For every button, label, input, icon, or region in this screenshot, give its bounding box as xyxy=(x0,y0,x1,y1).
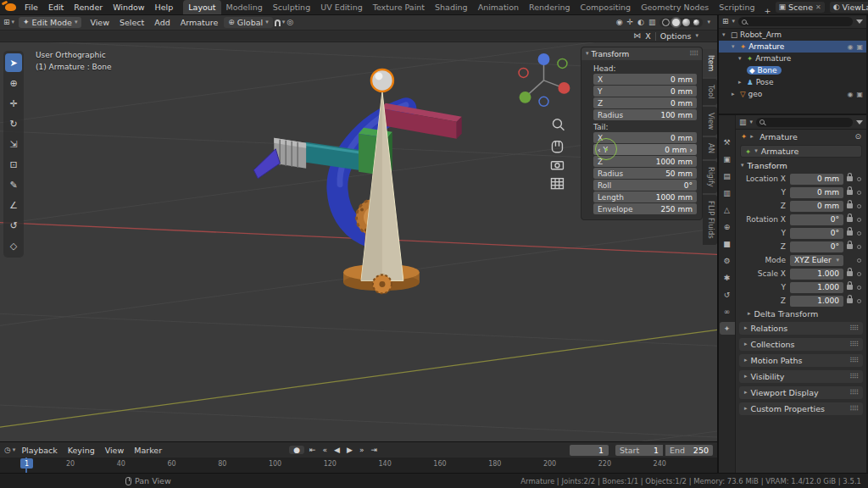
panel-drag-handle[interactable]: ⠿⠿ xyxy=(849,389,858,396)
disclosure-icon[interactable]: ▾ xyxy=(738,55,744,62)
hide-viewport-icon[interactable]: ◉ xyxy=(847,43,853,51)
rotation-x-field[interactable]: 0° xyxy=(790,214,843,225)
head-z-field[interactable]: Z0 mm xyxy=(593,97,697,108)
lock-icon[interactable] xyxy=(847,190,853,195)
cursor-tool[interactable]: ⊕ xyxy=(5,74,22,92)
animate-decorator[interactable] xyxy=(857,218,861,222)
panel-drag-handle[interactable]: ⠿⠿ xyxy=(849,324,858,332)
filter-icon[interactable] xyxy=(856,120,863,125)
tab-object-data[interactable]: ✦ xyxy=(720,322,735,335)
length-field[interactable]: Length1000 mm xyxy=(593,191,697,202)
base-front-gear[interactable] xyxy=(373,274,392,293)
menu-keying[interactable]: Keying xyxy=(64,446,99,455)
tail-x-field[interactable]: X0 mm xyxy=(593,132,697,143)
rotation-z-field[interactable]: 0° xyxy=(790,241,843,252)
shading-solid-icon[interactable] xyxy=(672,19,680,26)
outliner-row-pose[interactable]: ▸ ♟ Pose xyxy=(719,76,866,88)
animate-decorator[interactable] xyxy=(857,272,861,276)
xray-toggle-icon[interactable]: ▥ xyxy=(648,19,656,26)
robot-arm-mesh[interactable] xyxy=(253,103,461,291)
tail-y-field[interactable]: ‹ Y 0 mm › xyxy=(593,144,697,155)
tab-object[interactable]: ■ xyxy=(720,237,735,250)
animate-decorator[interactable] xyxy=(857,191,861,195)
animate-decorator[interactable] xyxy=(857,177,861,181)
snap-magnet-icon[interactable] xyxy=(275,19,281,26)
tab-physics[interactable]: ↺ xyxy=(720,288,735,301)
outliner-row-geo[interactable]: ▸ ▽ geo ◉ ▣ xyxy=(719,88,866,100)
workspace-tab-geometry-nodes[interactable]: Geometry Nodes xyxy=(636,0,714,15)
shading-options-caret-icon[interactable]: ▾ xyxy=(707,19,710,25)
panel-drag-handle[interactable]: ⠿⠿ xyxy=(849,341,858,348)
disable-render-icon[interactable]: ▣ xyxy=(856,43,863,51)
rotation-y-field[interactable]: 0° xyxy=(790,228,843,239)
add-workspace-button[interactable]: + xyxy=(760,6,776,15)
scale-y-field[interactable]: 1.000 xyxy=(790,282,843,293)
viewlayer-selector[interactable]: ◐ ViewLayer ✕ xyxy=(830,2,868,13)
editor-type-icon[interactable]: ⊞ xyxy=(3,19,10,26)
menu-window[interactable]: Window xyxy=(108,0,149,15)
tab-particles[interactable]: ✱ xyxy=(720,271,735,284)
mirror-x-toggle[interactable]: X xyxy=(645,31,651,41)
panel-collapse-icon[interactable]: ▾ xyxy=(586,51,589,57)
tail-z-field[interactable]: Z1000 mm xyxy=(593,156,697,167)
head-radius-field[interactable]: Radius100 mm xyxy=(593,109,697,120)
tab-render[interactable]: ▣ xyxy=(720,152,735,165)
animate-decorator[interactable] xyxy=(857,258,861,263)
blender-logo-icon[interactable] xyxy=(5,3,16,11)
section-collections[interactable]: ▸Collections⠿⠿ xyxy=(739,338,863,351)
menu-help[interactable]: Help xyxy=(150,0,179,15)
menu-marker[interactable]: Marker xyxy=(130,446,166,455)
scale-tool[interactable]: ⇲ xyxy=(5,135,22,153)
location-y-field[interactable]: 0 mm xyxy=(790,187,843,198)
outliner-search-input[interactable] xyxy=(738,17,853,26)
panel-drag-handle[interactable]: ⠿⠿ xyxy=(849,373,858,380)
annotate-tool[interactable]: ✎ xyxy=(5,175,22,194)
timeline-editor-icon[interactable]: ◷ xyxy=(4,446,11,454)
workspace-tab-sculpting[interactable]: Sculpting xyxy=(268,0,315,15)
animate-decorator[interactable] xyxy=(857,204,861,208)
options-caret-icon[interactable]: ▾ xyxy=(695,33,698,39)
bone-selected-pill[interactable]: ◆ Bone xyxy=(747,66,782,75)
workspace-tab-shading[interactable]: Shading xyxy=(430,0,473,15)
menu-view[interactable]: View xyxy=(86,18,114,27)
jump-to-start-button[interactable]: ⇤ xyxy=(308,446,318,454)
workspace-tab-compositing[interactable]: Compositing xyxy=(576,0,637,15)
outliner-row-armature-object[interactable]: ▾ ✦ Armature ◉ ▣ xyxy=(719,41,866,53)
next-keyframe-button[interactable]: » xyxy=(358,446,366,454)
scene-selector[interactable]: ▣ Scene ✕ xyxy=(776,2,825,13)
transform-section-header[interactable]: ▾ Transform xyxy=(736,159,866,172)
menu-edit[interactable]: Edit xyxy=(43,0,69,15)
rotation-mode-dropdown[interactable]: XYZ Euler▾ xyxy=(790,255,843,266)
outliner-editor-icon[interactable]: ⊞ xyxy=(722,18,729,25)
head-x-field[interactable]: X0 mm xyxy=(593,74,697,85)
timeline-ruler[interactable]: 2040 6080 100120 140160 180200 220240 1 xyxy=(0,458,717,473)
mirror-icon[interactable]: ⋈ xyxy=(633,32,641,40)
tail-radius-field[interactable]: Radius50 mm xyxy=(593,168,697,179)
panel-drag-handle[interactable]: ⠿⠿ xyxy=(849,405,858,413)
tab-item[interactable]: Item xyxy=(703,49,717,77)
disclosure-icon[interactable]: ▾ xyxy=(732,43,737,50)
frame-end-field[interactable]: End 250 xyxy=(665,445,713,456)
transform-panel-header[interactable]: ▾ Transform ⠿⠿ xyxy=(581,47,702,60)
workspace-tab-uv-editing[interactable]: UV Editing xyxy=(315,0,368,15)
mode-dropdown[interactable]: ✦ Edit Mode ▾ xyxy=(19,17,81,28)
workspace-tab-modeling[interactable]: Modeling xyxy=(221,0,268,15)
select-box-tool[interactable]: ➤ xyxy=(5,53,22,72)
section-visibility[interactable]: ▸Visibility⠿⠿ xyxy=(739,370,863,383)
extrude-tool[interactable]: ◇ xyxy=(5,236,22,255)
grid-ortho-icon[interactable] xyxy=(551,179,563,189)
properties-search-input[interactable] xyxy=(756,118,853,127)
disclosure-icon[interactable]: ▸ xyxy=(738,79,744,86)
roll-tool[interactable]: ↺ xyxy=(5,216,22,235)
transform-tool[interactable]: ⊡ xyxy=(5,155,22,174)
properties-editor-icon[interactable]: ▥ xyxy=(739,119,747,126)
pin-icon[interactable]: ⊙ xyxy=(854,133,861,141)
decrement-arrow-icon[interactable]: ‹ xyxy=(598,146,601,154)
section-viewport-display[interactable]: ▸Viewport Display⠿⠿ xyxy=(739,386,863,399)
playhead-badge[interactable]: 1 xyxy=(20,458,33,469)
lock-icon[interactable] xyxy=(847,271,853,276)
lock-icon[interactable] xyxy=(847,298,853,303)
menu-armature[interactable]: Armature xyxy=(176,18,223,27)
shading-rendered-icon[interactable] xyxy=(693,19,700,26)
tab-constraints[interactable]: ∞ xyxy=(720,305,735,318)
